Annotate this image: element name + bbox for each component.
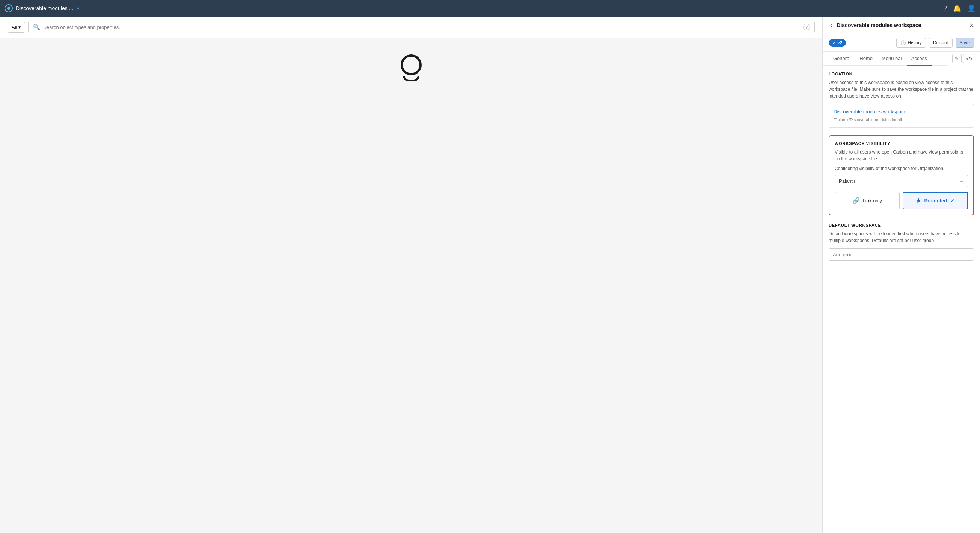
visibility-org-label: Configuring visibility of the workspace … [835, 165, 968, 172]
panel-tabs-row: General Home Menu bar Access ✎ </> [822, 52, 980, 66]
visibility-description: Visible to all users who open Carbon and… [835, 149, 968, 162]
location-card: Discoverable modules workspace /Palantir… [829, 104, 974, 128]
location-section-title: LOCATION [829, 72, 974, 76]
default-workspace-title: DEFAULT WORKSPACE [829, 223, 974, 227]
panel-close-button[interactable]: ✕ [969, 22, 974, 29]
promoted-option[interactable]: ★ Promoted ✓ [903, 192, 968, 209]
add-group-input[interactable] [829, 249, 974, 261]
save-button[interactable]: Save [956, 38, 974, 48]
panel-back-button[interactable]: ‹ [829, 21, 834, 29]
main-layout: All ▾ 🔍 ? ‹ Discoverable modules workspa… [0, 16, 980, 533]
location-path: /Palantir/Discoverable modules for all [834, 117, 902, 122]
search-input[interactable] [43, 24, 800, 30]
topbar-icons: ? 🔔 👤 [943, 4, 975, 13]
notifications-icon[interactable]: 🔔 [953, 4, 961, 13]
right-panel: ‹ Discoverable modules workspace ✕ ✓ v2 … [822, 16, 980, 533]
link-icon: 🔗 [852, 197, 860, 204]
panel-title: Discoverable modules workspace [837, 22, 966, 28]
visibility-options: 🔗 Link only ★ Promoted ✓ [835, 192, 968, 209]
filter-chevron-icon: ▾ [18, 24, 21, 30]
link-only-label: Link only [863, 198, 882, 203]
search-bar: All ▾ 🔍 ? [0, 16, 822, 38]
help-icon[interactable]: ? [943, 5, 947, 13]
app-title: Discoverable modules ... [16, 5, 73, 11]
org-select[interactable]: Palantir Other Organization [835, 175, 968, 187]
topbar-chevron-icon[interactable]: ▾ [77, 6, 79, 11]
version-label: v2 [837, 40, 842, 45]
code-view-button[interactable]: </> [963, 54, 975, 63]
topbar: Discoverable modules ... ▾ ? 🔔 👤 [0, 0, 980, 16]
filter-dropdown[interactable]: All ▾ [8, 22, 25, 33]
tab-menu-bar[interactable]: Menu bar [877, 52, 907, 66]
discard-button[interactable]: Discard [929, 38, 953, 48]
star-icon: ★ [916, 197, 921, 204]
promoted-check-icon: ✓ [950, 198, 955, 204]
search-input-wrap: 🔍 ? [28, 21, 815, 33]
visibility-section-title: WORKSPACE VISIBILITY [835, 141, 968, 146]
search-icon: 🔍 [33, 24, 40, 30]
panel-toolbar: ✓ v2 🕐 History Discard Save [822, 34, 980, 52]
tab-access[interactable]: Access [907, 52, 932, 66]
workspace-logo [396, 53, 426, 83]
location-link[interactable]: Discoverable modules workspace [834, 109, 969, 114]
history-button[interactable]: 🕐 History [896, 38, 926, 48]
location-section: LOCATION User access to this workspace i… [829, 72, 974, 128]
location-description: User access to this workspace is based o… [829, 79, 974, 100]
tab-general[interactable]: General [829, 52, 855, 66]
edit-view-button[interactable]: ✎ [952, 54, 962, 63]
panel-tabs: General Home Menu bar Access [822, 52, 948, 66]
promoted-label: Promoted [924, 198, 947, 203]
history-clock-icon: 🕐 [900, 40, 906, 45]
search-help-icon[interactable]: ? [803, 24, 810, 30]
link-only-option[interactable]: 🔗 Link only [835, 192, 900, 209]
left-panel: All ▾ 🔍 ? [0, 16, 822, 533]
version-badge[interactable]: ✓ v2 [829, 39, 846, 46]
version-check-icon: ✓ [832, 41, 836, 45]
filter-label: All [12, 24, 17, 30]
default-workspace-description: Default workspaces will be loaded first … [829, 230, 974, 244]
panel-content: LOCATION User access to this workspace i… [822, 66, 980, 533]
default-workspace-section: DEFAULT WORKSPACE Default workspaces wil… [829, 223, 974, 261]
canvas-area [0, 38, 822, 533]
panel-header: ‹ Discoverable modules workspace ✕ [822, 16, 980, 34]
app-icon [5, 4, 13, 13]
workspace-visibility-section: WORKSPACE VISIBILITY Visible to all user… [829, 135, 974, 216]
tab-home[interactable]: Home [855, 52, 877, 66]
user-icon[interactable]: 👤 [967, 4, 975, 13]
